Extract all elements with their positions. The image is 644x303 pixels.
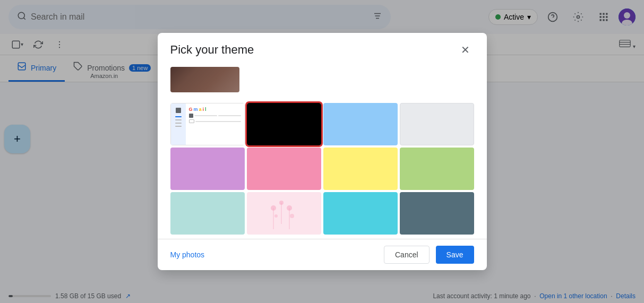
dialog-footer: My photos Cancel Save <box>158 239 487 241</box>
theme-option-black[interactable] <box>247 103 321 145</box>
theme-option-lavender[interactable] <box>170 148 245 190</box>
theme-option-light-gray[interactable] <box>400 103 474 145</box>
theme-dialog-overlay: Pick your theme ✕ <box>0 0 644 241</box>
dialog-title: Pick your theme <box>170 43 254 57</box>
svg-point-32 <box>274 214 278 218</box>
theme-option-teal[interactable] <box>323 192 398 235</box>
theme-option-green[interactable] <box>400 148 474 190</box>
theme-option-navy[interactable] <box>400 192 474 235</box>
dialog-close-button[interactable]: ✕ <box>457 41 474 58</box>
theme-grid: G m a i l <box>158 99 487 239</box>
dialog-header: Pick your theme ✕ <box>158 33 487 67</box>
theme-dialog: Pick your theme ✕ <box>158 33 487 241</box>
theme-preview <box>158 67 487 99</box>
theme-option-floral[interactable] <box>247 192 321 235</box>
svg-point-33 <box>290 214 294 218</box>
theme-option-default[interactable]: G m a i l <box>170 103 245 145</box>
theme-option-yellow[interactable] <box>323 148 398 190</box>
current-theme-preview <box>170 67 239 92</box>
theme-option-mint[interactable] <box>170 192 245 235</box>
theme-option-light-blue[interactable] <box>323 103 398 145</box>
theme-option-pink[interactable] <box>247 148 321 190</box>
